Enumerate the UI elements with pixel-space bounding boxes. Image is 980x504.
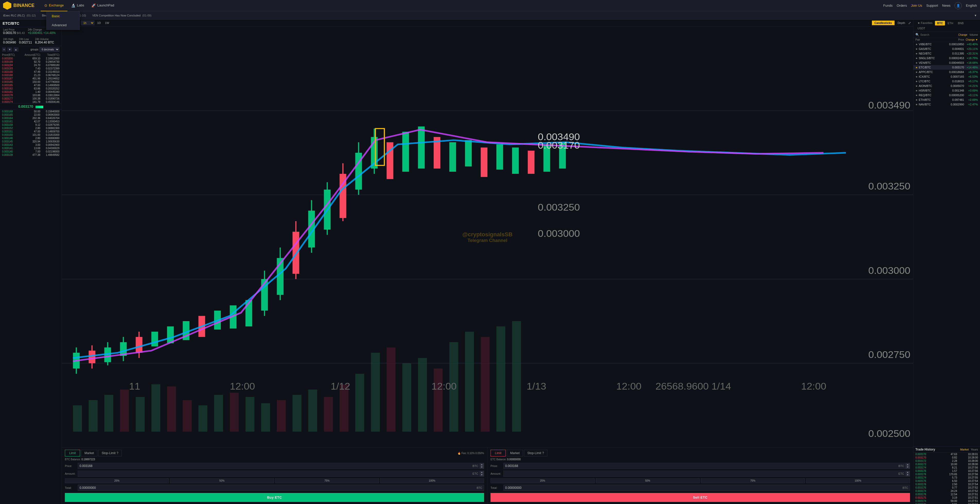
buy-total-input[interactable] — [78, 485, 475, 491]
tab-market-buy[interactable]: Market — [81, 450, 97, 456]
th-tab-market[interactable]: Market — [960, 448, 969, 451]
buy-order-row[interactable]: 0.0031433.000.00942900 — [0, 143, 62, 147]
ticker-chevron-icon[interactable]: ▼ — [974, 14, 977, 17]
buy-order-row[interactable]: 0.0031589.120.02879295 — [0, 123, 62, 127]
sell-pct-75[interactable]: 75% — [701, 478, 805, 483]
buy-amount-down[interactable]: ▼ — [480, 474, 484, 476]
time-1d[interactable]: 1D — [96, 21, 102, 25]
sell-order-row[interactable]: 0.003187401.961.28104652 — [0, 77, 62, 80]
sell-order-row[interactable]: 0.003186150.000.47790000 — [0, 80, 62, 84]
sell-order-row[interactable]: 0.00319424.700.07889180 — [0, 63, 62, 67]
pair-favorite-star[interactable]: ★ — [915, 94, 918, 97]
pair-list-item[interactable]: ★ETH/BTC0.097481+2.69% — [913, 97, 980, 102]
toggle-change[interactable]: Change — [958, 33, 967, 36]
depth-btn[interactable]: Depth — [896, 21, 907, 25]
pair-list-item[interactable]: ★NAV/BTC0.0002990+2.47% — [913, 102, 980, 107]
sell-amount-stepper[interactable]: ▲ ▼ — [905, 471, 910, 476]
logo[interactable]: BINANCE — [3, 2, 35, 10]
pair-favorite-star[interactable]: ★ — [915, 80, 918, 83]
nav-exchange[interactable]: ⊙ Exchange — [41, 0, 67, 11]
sell-pct-25[interactable]: 25% — [490, 478, 595, 483]
pair-list-item[interactable]: ★HSR/BTC0.001348+3.69% — [913, 88, 980, 93]
nav-news[interactable]: News — [942, 3, 951, 8]
ob-view-sell[interactable]: ▼ — [7, 47, 12, 52]
pair-favorite-star[interactable]: ★ — [915, 48, 918, 51]
buy-amount-stepper[interactable]: ▲ ▼ — [480, 471, 484, 476]
pair-list-item[interactable]: ★APPC/BTC0.00018684+8.37% — [913, 70, 980, 74]
sell-price-input[interactable] — [504, 463, 897, 469]
dropdown-basic[interactable]: Basic — [46, 11, 80, 21]
sell-order-row[interactable]: 0.00318547.000.14969500 — [0, 84, 62, 87]
tab-stop-limit-sell[interactable]: Stop-Limit ? — [524, 450, 547, 456]
pair-list-item[interactable]: ★LTC/BTC0.018015+5.17% — [913, 79, 980, 84]
tab-eth[interactable]: ETH — [945, 21, 955, 25]
pair-favorite-star[interactable]: ★ — [915, 57, 918, 60]
pair-favorite-star[interactable]: ★ — [915, 62, 918, 64]
pair-favorite-star[interactable]: ★ — [915, 85, 918, 87]
sell-order-row[interactable]: 0.003174141.790.45004146 — [0, 100, 62, 103]
tab-btc[interactable]: BTC — [935, 21, 945, 25]
buy-price-stepper[interactable]: ▲ ▼ — [480, 463, 484, 469]
pair-favorite-star[interactable]: ★ — [915, 75, 918, 78]
buy-order-row[interactable]: 0.00314113.690.04300029 — [0, 147, 62, 150]
dropdown-advanced[interactable]: Advanced — [46, 21, 80, 30]
sell-order-row[interactable]: 0.003178103.880.33013064 — [0, 94, 62, 97]
buy-etc-button[interactable]: Buy ETC — [65, 493, 484, 502]
buy-order-row[interactable]: 0.003145320.941.00935630 — [0, 140, 62, 143]
pair-favorite-star[interactable]: ★ — [915, 52, 918, 55]
sell-order-row[interactable]: 0.00318821.230.06768124 — [0, 73, 62, 77]
tab-favorites[interactable]: ★ Favorites — [915, 21, 934, 25]
nav-launchpad[interactable]: 🚀 LaunchPad — [88, 0, 118, 11]
sell-order-row[interactable]: 0.0031811.400.00445340 — [0, 90, 62, 94]
buy-order-row[interactable]: 0.00316142.070.13300453 — [0, 120, 62, 123]
tab-limit-buy[interactable]: Limit — [65, 450, 80, 456]
pair-list-item[interactable]: ★AION/BTC0.0005670+4.21% — [913, 84, 980, 88]
nav-support[interactable]: Support — [926, 3, 938, 8]
time-1w[interactable]: 1W — [104, 21, 111, 25]
sell-etc-button[interactable]: Sell ETC — [490, 493, 910, 502]
tab-stop-limit-buy[interactable]: Stop-Limit ? — [98, 450, 122, 456]
sell-price-down[interactable]: ▼ — [905, 466, 910, 469]
ob-view-both[interactable]: ≡ — [2, 47, 6, 52]
ob-view-buy[interactable]: ▲ — [13, 47, 19, 52]
toggle-volume[interactable]: Volume — [969, 33, 978, 36]
buy-order-row[interactable]: 0.0031522.800.00882300 — [0, 127, 62, 130]
buy-amount-input[interactable] — [78, 471, 471, 477]
sell-price-up[interactable]: ▲ — [905, 463, 910, 466]
pair-list-item[interactable]: ★ETC/BTC0.003170+14.48% — [913, 65, 980, 70]
sell-order-row[interactable]: 0.003200659.102.10912000 — [0, 57, 62, 60]
buy-price-input[interactable] — [78, 463, 471, 469]
buy-order-row[interactable]: 0.0031407.000.02198000 — [0, 150, 62, 153]
tab-usdt[interactable]: USDT — [915, 26, 927, 31]
sell-order-row[interactable]: 0.003177100.380.31890726 — [0, 97, 62, 100]
buy-price-up[interactable]: ▲ — [480, 463, 484, 466]
tab-market-sell[interactable]: Market — [507, 450, 523, 456]
pair-list-item[interactable]: ★NEO/BTC0.011395+20.31% — [913, 51, 980, 56]
tab-bnb[interactable]: BNB — [956, 21, 966, 25]
pair-list-item[interactable]: ★VIBE/BTC0.00010850+43.40% — [913, 42, 980, 46]
nav-funds[interactable]: Funds — [883, 3, 892, 8]
sell-amount-down[interactable]: ▼ — [905, 474, 910, 476]
sell-order-row[interactable]: 0.00319047.490.15149310 — [0, 70, 62, 73]
buy-order-row[interactable]: 0.003150101.000.31815000 — [0, 133, 62, 136]
buy-order-row[interactable]: 0.00315147.000.14809700 — [0, 130, 62, 133]
sell-pct-50[interactable]: 50% — [596, 478, 700, 483]
sell-order-row[interactable]: 0.00319992.700.29654730 — [0, 60, 62, 63]
pair-list-item[interactable]: ★REQ/BTC0.00005200+3.11% — [913, 93, 980, 97]
buy-price-down[interactable]: ▼ — [480, 466, 484, 469]
nav-join[interactable]: Join Us — [911, 3, 922, 8]
buy-pct-100[interactable]: 100% — [380, 478, 484, 483]
tab-limit-sell[interactable]: Limit — [490, 450, 506, 456]
nav-orders[interactable]: Orders — [897, 3, 907, 8]
buy-pct-25[interactable]: 25% — [65, 478, 169, 483]
pair-favorite-star[interactable]: ★ — [915, 71, 918, 73]
pair-list-item[interactable]: ★GAS/BTC0.004831+23.11% — [913, 46, 980, 51]
pair-favorite-star[interactable]: ★ — [915, 98, 918, 101]
time-interval-select[interactable]: 1h5m15m30m — [81, 21, 94, 25]
buy-order-row[interactable]: 0.00316522.000.06963000 — [0, 113, 62, 116]
market-search-input[interactable] — [920, 33, 957, 36]
pair-favorite-star[interactable]: ★ — [915, 66, 918, 69]
pair-list-item[interactable]: ★VEN/BTC0.00044503+18.68% — [913, 60, 980, 65]
pair-list-item[interactable]: ★SNGLS/BTC0.00002453+18.79% — [913, 56, 980, 60]
language-selector[interactable]: English — [966, 3, 977, 8]
